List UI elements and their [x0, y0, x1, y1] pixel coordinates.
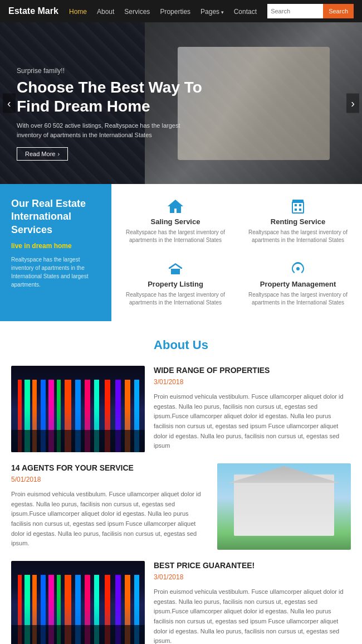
about-heading-1: WIDE RANGE OF PROPERTIES [154, 366, 351, 375]
nav-item-contact[interactable]: Contact [229, 6, 261, 16]
search-button[interactable]: Search [323, 4, 354, 18]
svg-rect-1 [292, 200, 304, 203]
svg-rect-4 [295, 209, 297, 211]
about-date-3: 3/01/2018 [154, 572, 351, 583]
service-desc-renting: Realtyspace has the largest inventory of… [244, 229, 352, 244]
service-item-listing: Property Listing Realtyspace has the lar… [117, 255, 234, 312]
service-name-management: Property Management [244, 280, 352, 288]
service-name-saling: Saling Service [121, 217, 229, 226]
hero-prev-button[interactable]: ‹ [3, 94, 16, 113]
services-tagline: live in dream home [11, 241, 100, 251]
nav-menu: Home About Services Properties Pages Con… [65, 6, 261, 16]
about-title: About Us [11, 338, 351, 352]
about-image-city-2 [11, 561, 145, 644]
hero-content: Surprise family!! Choose The Best Way To… [17, 67, 217, 161]
nav-link-services[interactable]: Services [120, 6, 154, 18]
about-text-2: 14 AGENTS FOR YOUR SERVICE 5/01/2018 Pro… [11, 463, 208, 549]
hero-subtitle: Surprise family!! [17, 67, 217, 75]
listing-icon [121, 261, 229, 277]
nav-link-about[interactable]: About [92, 6, 119, 18]
svg-rect-2 [295, 204, 297, 206]
services-grid: Saling Service Realtyspace has the large… [111, 184, 362, 321]
service-item-saling: Saling Service Realtyspace has the large… [117, 193, 234, 250]
about-heading-2: 14 AGENTS FOR YOUR SERVICE [11, 463, 208, 472]
nav-item-properties[interactable]: Properties [155, 6, 195, 16]
service-desc-listing: Realtyspace has the largest inventory of… [121, 291, 229, 307]
search-input[interactable] [267, 4, 323, 18]
service-desc-saling: Realtyspace has the largest inventory of… [121, 229, 229, 244]
about-date-2: 5/01/2018 [11, 474, 208, 485]
about-row-3: BEST PRICE GUARANTEE! 3/01/2018 Proin eu… [11, 561, 351, 644]
svg-rect-3 [299, 204, 301, 206]
services-description: Realtyspace has the largest inventory of… [11, 255, 100, 289]
service-desc-management: Realtyspace has the largest inventory of… [244, 291, 352, 307]
about-text-3: BEST PRICE GUARANTEE! 3/01/2018 Proin eu… [154, 561, 351, 644]
service-item-management: Property Management Realtyspace has the … [239, 255, 356, 312]
services-intro: Our Real Estate International Services l… [0, 184, 111, 321]
nav-link-home[interactable]: Home [65, 6, 91, 18]
about-desc-3: Proin euismod vehicula vestibulum. Fusce… [154, 587, 351, 644]
about-image-city-1 [11, 366, 145, 452]
hero-title: Choose The Best Way To Find Dream Home [17, 78, 217, 115]
nav-link-properties[interactable]: Properties [155, 6, 195, 18]
about-text-1: WIDE RANGE OF PROPERTIES 3/01/2018 Proin… [154, 366, 351, 451]
service-name-listing: Property Listing [121, 280, 229, 288]
hero-cta-button[interactable]: Read More [17, 147, 68, 161]
about-heading-3: BEST PRICE GUARANTEE! [154, 561, 351, 570]
svg-rect-0 [292, 202, 304, 213]
navbar: Estate Mark Home About Services Properti… [0, 0, 362, 22]
nav-link-contact[interactable]: Contact [229, 6, 261, 18]
nav-link-pages[interactable]: Pages [196, 6, 228, 18]
about-date-1: 3/01/2018 [154, 377, 351, 388]
service-item-renting: Renting Service Realtyspace has the larg… [239, 193, 356, 250]
hero-description: With over 60 502 active listings, Realty… [17, 121, 184, 139]
hero-section: Surprise family!! Choose The Best Way To… [0, 22, 362, 184]
about-row-1: WIDE RANGE OF PROPERTIES 3/01/2018 Proin… [11, 366, 351, 452]
about-desc-1: Proin euismod vehicula vestibulum. Fusce… [154, 392, 351, 451]
service-name-renting: Renting Service [244, 217, 352, 226]
hero-next-button[interactable]: › [346, 94, 359, 113]
about-desc-2: Proin euismod vehicula vestibulum. Fusce… [11, 490, 208, 549]
about-row-2: 14 AGENTS FOR YOUR SERVICE 5/01/2018 Pro… [11, 463, 351, 550]
svg-rect-5 [299, 209, 301, 211]
svg-point-6 [296, 267, 300, 270]
house-icon [121, 198, 229, 214]
services-section: Our Real Estate International Services l… [0, 184, 362, 321]
brand-logo: Estate Mark [8, 6, 58, 16]
management-icon [244, 261, 352, 277]
search-form: Search [267, 4, 354, 18]
nav-item-pages[interactable]: Pages [196, 6, 228, 16]
services-heading: Our Real Estate International Services [11, 197, 100, 236]
nav-item-home[interactable]: Home [65, 6, 91, 16]
building-icon [244, 198, 352, 214]
nav-item-services[interactable]: Services [120, 6, 154, 16]
about-section: About Us WIDE RANGE OF PROPERTIES 3/01/2… [0, 321, 362, 644]
nav-item-about[interactable]: About [92, 6, 119, 16]
about-image-house [217, 463, 351, 550]
